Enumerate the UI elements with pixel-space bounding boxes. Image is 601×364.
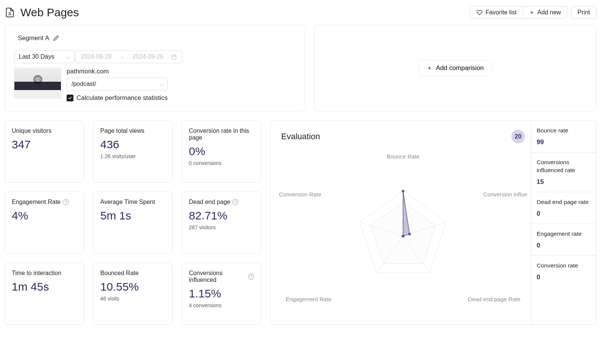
svg-point-21 — [402, 190, 405, 193]
domain-text: pathmonk.com — [67, 68, 168, 75]
side-list-item: Engagement rate0 — [531, 224, 596, 256]
side-item-label: Engagement rate — [537, 230, 591, 238]
side-item-value: 99 — [537, 138, 591, 146]
page-title: Web Pages — [20, 6, 79, 19]
preview-eye-icon — [33, 75, 42, 84]
help-icon[interactable]: ? — [63, 199, 69, 205]
metric-card: Page total views 4361.26 visits/user — [93, 120, 173, 182]
help-icon[interactable]: ? — [232, 199, 238, 205]
svg-point-22 — [408, 233, 411, 235]
comparison-panel: Add comparision — [314, 25, 596, 111]
metric-card: Bounced Rate 10.55%46 visits — [93, 263, 173, 325]
svg-point-8 — [37, 79, 39, 81]
evaluation-side-list: Bounce rate99Conversions influenced rate… — [531, 120, 596, 325]
radar-axis-bottom-left: Engagement Rate — [286, 296, 332, 302]
metric-value: 1m 45s — [12, 280, 77, 293]
plus-icon — [529, 10, 534, 15]
metric-label: Conversions influenced ? — [189, 270, 254, 283]
metric-label: Unique visitors — [12, 128, 77, 134]
svg-rect-4 — [172, 55, 176, 59]
document-icon — [5, 7, 15, 18]
metric-sub: 4 conversions — [189, 302, 254, 308]
heart-icon — [476, 9, 483, 16]
date-to: 2024-09-26 — [132, 53, 163, 60]
metric-label: Conversion rate in this page — [189, 128, 254, 141]
check-icon — [68, 96, 72, 100]
metric-card: Engagement Rate ?4% — [5, 191, 84, 254]
calendar-icon — [171, 54, 177, 60]
metric-card: Unique visitors 347 — [5, 120, 84, 182]
chevron-down-icon — [159, 82, 163, 86]
print-button[interactable]: Print — [571, 6, 596, 19]
metric-value: 82.71% — [189, 209, 254, 222]
plus-icon — [427, 65, 432, 71]
metrics-grid: Unique visitors 347Page total views 4361… — [5, 120, 261, 325]
side-item-label: Conversions influenced rate — [537, 159, 591, 174]
radar-axis-left: Conversion Rate — [279, 191, 321, 198]
metric-card: Average Time Spent 5m 1s — [93, 191, 173, 254]
segment-name-text: Segment A — [18, 34, 49, 42]
side-item-label: Dead end page rate — [537, 198, 591, 206]
metric-label: Page total views — [100, 128, 165, 134]
add-new-button[interactable]: Add new — [523, 6, 567, 19]
radar-axis-top: Bounce Rate — [387, 153, 420, 160]
metric-value: 5m 1s — [100, 209, 165, 222]
chevron-down-icon — [67, 55, 70, 59]
side-list-item: Bounce rate99 — [531, 121, 596, 152]
side-item-value: 15 — [537, 178, 591, 186]
metric-value: 1.15% — [189, 287, 254, 300]
favorite-list-label: Favorite list — [486, 9, 517, 16]
add-new-label: Add new — [537, 9, 561, 16]
edit-icon[interactable] — [53, 35, 59, 41]
add-comparison-label: Add comparision — [436, 64, 484, 72]
metric-label: Time to interaction — [12, 270, 77, 277]
metric-value: 4% — [12, 209, 77, 222]
calculate-stats-checkbox[interactable] — [67, 95, 73, 101]
radar-axis-right: Conversion influe — [483, 191, 527, 198]
radar-chart — [339, 168, 467, 297]
calculate-stats-label: Calculate performance statistics — [76, 94, 168, 102]
add-comparison-button[interactable]: Add comparision — [418, 60, 493, 76]
side-item-value: 0 — [537, 210, 591, 218]
metric-card: Time to interaction 1m 45s — [5, 263, 84, 325]
evaluation-panel: Evaluation 20 Bounce Rate Conversion inf… — [270, 120, 531, 325]
side-list-item: Conversion rate0 — [531, 256, 596, 287]
metric-value: 0% — [189, 145, 254, 158]
date-from: 2024-08-28 — [81, 53, 112, 60]
page-path-value: /podcast/ — [72, 81, 96, 87]
side-list-item: Dead end page rate0 — [531, 192, 596, 224]
metric-sub: 1.26 visits/user — [100, 153, 165, 159]
date-range-picker[interactable]: 2024-08-28 → 2024-09-26 — [75, 50, 182, 63]
page-path-select[interactable]: /podcast/ — [67, 78, 168, 90]
metric-sub: 46 visits — [100, 296, 165, 302]
svg-point-25 — [402, 235, 405, 238]
metric-card: Dead end page ?82.71%287 visitors — [182, 191, 261, 254]
side-item-value: 0 — [537, 242, 591, 249]
metric-value: 10.55% — [100, 280, 165, 293]
radar-axis-bottom-right: Dead end page Rate — [468, 296, 520, 302]
side-list-item: Conversions influenced rate15 — [531, 152, 596, 192]
evaluation-score-badge: 20 — [511, 130, 525, 143]
metric-label: Engagement Rate ? — [12, 199, 77, 205]
help-icon[interactable]: ? — [248, 274, 254, 280]
favorite-list-button[interactable]: Favorite list — [470, 6, 523, 19]
metric-sub: 287 visitors — [189, 224, 254, 230]
page-thumbnail[interactable] — [14, 68, 61, 99]
metric-value: 436 — [100, 138, 165, 151]
evaluation-title: Evaluation — [281, 132, 320, 142]
segment-panel: Segment A Last 30 Days 2024-08-28 → 2024… — [5, 25, 305, 111]
print-label: Print — [578, 9, 590, 16]
arrow-right-icon: → — [119, 54, 125, 60]
date-range-select[interactable]: Last 30 Days — [14, 50, 75, 63]
side-item-label: Conversion rate — [537, 262, 591, 270]
metric-label: Average Time Spent — [100, 199, 165, 205]
metric-value: 347 — [12, 138, 77, 151]
metric-label: Bounced Rate — [100, 270, 165, 277]
metric-sub: 0 conversions — [189, 160, 254, 166]
date-range-label: Last 30 Days — [19, 53, 54, 60]
metric-card: Conversion rate in this page 0%0 convers… — [182, 120, 261, 182]
metric-label: Dead end page ? — [189, 199, 254, 205]
metric-card: Conversions influenced ?1.15%4 conversio… — [182, 263, 261, 325]
side-item-label: Bounce rate — [537, 127, 591, 135]
side-item-value: 0 — [537, 274, 591, 281]
